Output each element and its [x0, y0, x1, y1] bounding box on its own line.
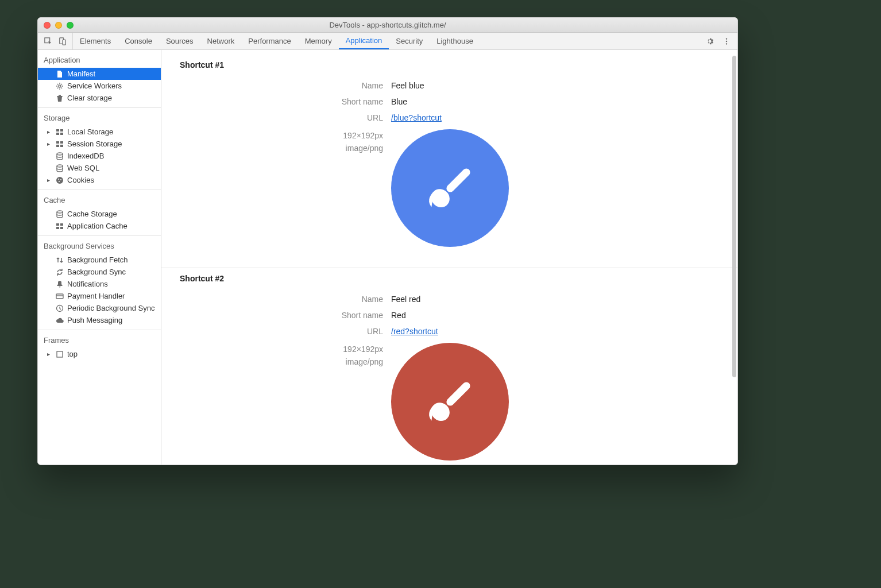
gear-icon [55, 82, 64, 90]
svg-rect-9 [56, 133, 59, 135]
sidebar-item-background-sync[interactable]: Background Sync [38, 266, 161, 278]
svg-rect-31 [445, 380, 472, 407]
tab-application[interactable]: Application [339, 33, 389, 49]
svg-rect-12 [60, 141, 63, 144]
sidebar-item-background-fetch[interactable]: Background Fetch [38, 254, 161, 266]
svg-point-16 [57, 165, 63, 167]
devtools-window: DevTools - app-shortcuts.glitch.me/ Elem… [37, 17, 738, 465]
field-label-url: URL [161, 113, 391, 122]
shortcut-url-link[interactable]: /red?shortcut [391, 327, 438, 336]
svg-rect-23 [60, 223, 63, 226]
svg-rect-10 [60, 133, 63, 135]
window-title: DevTools - app-shortcuts.glitch.me/ [329, 21, 446, 29]
db-icon [55, 210, 64, 218]
tab-console[interactable]: Console [118, 33, 159, 49]
sidebar-item-session-storage[interactable]: ▸Session Storage [38, 138, 161, 150]
expander-icon[interactable]: ▸ [47, 141, 52, 147]
sidebar-item-label: Cookies [67, 176, 94, 184]
expander-icon[interactable]: ▸ [47, 351, 52, 357]
field-value-shortname: Red [391, 311, 406, 320]
svg-rect-13 [56, 145, 59, 147]
sidebar-section-frames: Frames [38, 330, 161, 348]
sidebar-item-manifest[interactable]: Manifest [38, 68, 161, 80]
sidebar-section-background-services: Background Services [38, 236, 161, 254]
device-icon[interactable] [58, 37, 67, 45]
sidebar-item-label: Manifest [67, 69, 95, 78]
grid-icon [55, 140, 64, 148]
trash-icon [55, 94, 64, 102]
frame-icon [55, 350, 64, 358]
svg-rect-25 [60, 227, 63, 229]
svg-point-20 [59, 181, 60, 182]
tab-elements[interactable]: Elements [73, 33, 118, 49]
svg-rect-22 [56, 223, 59, 226]
sidebar-item-clear-storage[interactable]: Clear storage [38, 92, 161, 104]
grid-icon [55, 222, 64, 230]
tab-lighthouse[interactable]: Lighthouse [430, 33, 480, 49]
sidebar-section-application: Application [38, 50, 161, 68]
sidebar-item-application-cache[interactable]: Application Cache [38, 220, 161, 232]
shortcut-heading: Shortcut #2 [161, 274, 737, 291]
sidebar-item-label: Background Sync [67, 268, 126, 276]
expander-icon[interactable]: ▸ [47, 177, 52, 183]
svg-rect-26 [56, 294, 63, 299]
sidebar-item-web-sql[interactable]: Web SQL [38, 162, 161, 174]
sidebar-item-payment-handler[interactable]: Payment Handler [38, 290, 161, 302]
sidebar-item-periodic-background-sync[interactable]: Periodic Background Sync [38, 302, 161, 314]
card-icon [55, 292, 64, 300]
expander-icon[interactable]: ▸ [47, 129, 52, 135]
field-value-name: Feel red [391, 295, 420, 304]
tab-security[interactable]: Security [389, 33, 430, 49]
sidebar-item-cookies[interactable]: ▸Cookies [38, 174, 161, 186]
minimize-window-button[interactable] [55, 22, 62, 29]
sidebar-item-label: Web SQL [67, 164, 99, 172]
shortcut-icon [391, 343, 509, 461]
zoom-window-button[interactable] [67, 22, 74, 29]
tab-performance[interactable]: Performance [241, 33, 297, 49]
close-window-button[interactable] [44, 22, 51, 29]
svg-point-3 [725, 38, 727, 39]
sidebar-item-label: Session Storage [67, 140, 122, 148]
grid-icon [55, 127, 64, 136]
sidebar-item-indexeddb[interactable]: IndexedDB [38, 150, 161, 162]
svg-rect-24 [56, 227, 59, 229]
sidebar-item-label: Clear storage [67, 94, 112, 102]
sidebar-item-label: Periodic Background Sync [67, 304, 154, 312]
file-icon [55, 69, 64, 78]
kebab-icon[interactable] [722, 37, 731, 45]
svg-point-17 [56, 177, 63, 184]
bell-icon [55, 280, 64, 288]
shortcut-url-link[interactable]: /blue?shortcut [391, 113, 442, 122]
db-icon [55, 164, 64, 172]
icon-meta: 192×192pximage/png [161, 129, 391, 155]
application-sidebar[interactable]: ApplicationManifestService WorkersClear … [38, 50, 161, 465]
gear-icon[interactable] [705, 37, 714, 45]
tab-sources[interactable]: Sources [159, 33, 200, 49]
svg-rect-8 [60, 129, 63, 131]
cookie-icon [55, 176, 64, 184]
tab-memory[interactable]: Memory [298, 33, 339, 49]
scrollbar-thumb[interactable] [732, 56, 736, 377]
sidebar-item-cache-storage[interactable]: Cache Storage [38, 208, 161, 220]
sidebar-item-label: Service Workers [67, 82, 122, 90]
sidebar-item-local-storage[interactable]: ▸Local Storage [38, 126, 161, 138]
tab-network[interactable]: Network [200, 33, 242, 49]
svg-rect-29 [445, 167, 472, 194]
sidebar-item-notifications[interactable]: Notifications [38, 278, 161, 290]
field-value-name: Feel blue [391, 81, 424, 90]
cloud-icon [55, 316, 64, 324]
shortcut-icon [391, 129, 509, 247]
svg-rect-14 [60, 145, 63, 147]
inspect-icon[interactable] [44, 37, 52, 45]
sidebar-item-top[interactable]: ▸top [38, 348, 161, 360]
sidebar-item-label: Application Cache [67, 222, 127, 230]
svg-point-19 [60, 179, 61, 180]
sidebar-item-label: Local Storage [67, 127, 113, 136]
field-label-shortname: Short name [161, 97, 391, 106]
svg-rect-11 [56, 141, 59, 144]
sidebar-section-storage: Storage [38, 108, 161, 126]
sidebar-item-push-messaging[interactable]: Push Messaging [38, 314, 161, 326]
sidebar-item-label: Push Messaging [67, 316, 122, 324]
svg-point-18 [58, 179, 59, 180]
sidebar-item-service-workers[interactable]: Service Workers [38, 80, 161, 92]
